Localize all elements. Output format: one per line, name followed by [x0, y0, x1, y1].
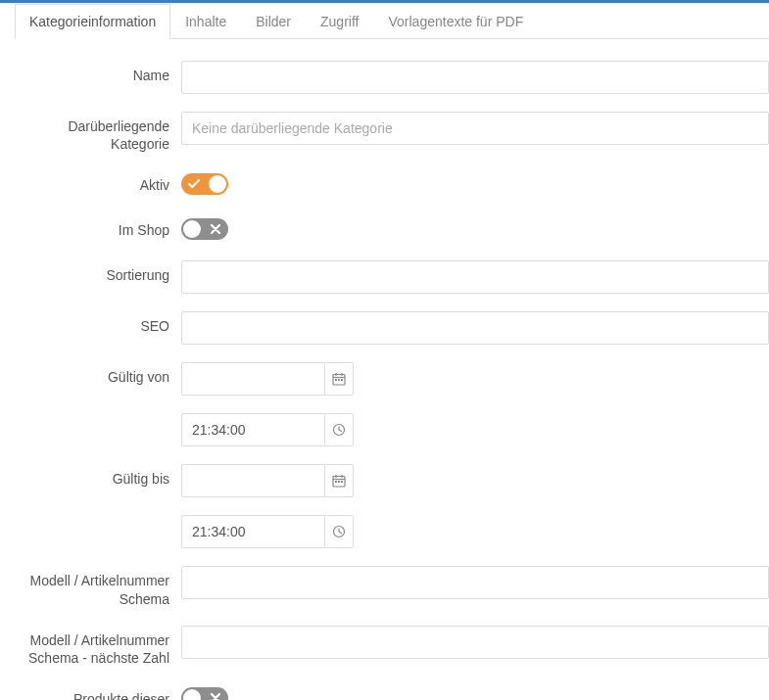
active-toggle[interactable] — [181, 173, 228, 195]
never-show-toggle[interactable] — [181, 687, 228, 700]
tab-contents[interactable]: Inhalte — [170, 4, 241, 39]
calendar-icon[interactable] — [324, 464, 354, 497]
valid-from-time-input[interactable] — [181, 413, 324, 446]
seo-input[interactable] — [181, 311, 769, 345]
clock-icon[interactable] — [324, 413, 354, 446]
svg-rect-5 — [338, 379, 340, 381]
valid-from-label: Gültig von — [15, 362, 181, 386]
svg-rect-13 — [338, 481, 340, 483]
name-label: Name — [15, 61, 181, 84]
tab-access[interactable]: Zugriff — [306, 4, 373, 39]
clock-icon[interactable] — [324, 515, 354, 548]
x-icon — [209, 691, 222, 700]
in-shop-toggle[interactable] — [181, 218, 228, 240]
model-schema-next-input[interactable] — [181, 626, 769, 659]
calendar-icon[interactable] — [324, 362, 354, 396]
svg-rect-6 — [341, 379, 343, 381]
valid-from-time-spacer — [15, 413, 181, 419]
svg-rect-12 — [335, 481, 337, 483]
check-icon — [187, 177, 201, 191]
valid-to-time-spacer — [15, 515, 181, 521]
sort-label: Sortierung — [15, 260, 181, 284]
sort-input[interactable] — [181, 260, 769, 294]
active-label: Aktiv — [15, 170, 181, 194]
model-schema-input[interactable] — [181, 566, 769, 599]
form-area: Name Darüberliegende Kategorie Aktiv — [15, 39, 769, 700]
model-schema-label: Modell / Artikelnummer Schema — [15, 566, 181, 607]
parent-category-input[interactable] — [181, 112, 769, 145]
model-schema-next-label: Modell / Artikelnummer Schema - nächste … — [15, 626, 181, 667]
tab-category-info[interactable]: Kategorieinformation — [15, 4, 170, 39]
svg-rect-14 — [341, 481, 343, 483]
valid-from-date-input[interactable] — [181, 362, 324, 396]
tab-images[interactable]: Bilder — [241, 4, 306, 39]
never-show-label: Produkte dieser Kategorie nie anzeigen — [15, 684, 181, 700]
valid-to-time-input[interactable] — [181, 515, 324, 548]
parent-category-label: Darüberliegende Kategorie — [15, 112, 181, 153]
name-input[interactable] — [181, 61, 769, 94]
tab-bar: Kategorieinformation Inhalte Bilder Zugr… — [15, 3, 769, 39]
seo-label: SEO — [15, 311, 181, 335]
valid-to-date-input[interactable] — [181, 464, 324, 497]
tab-pdf-templates[interactable]: Vorlagentexte für PDF — [373, 4, 538, 39]
in-shop-label: Im Shop — [15, 215, 181, 239]
valid-to-label: Gültig bis — [15, 464, 181, 488]
svg-rect-4 — [335, 379, 337, 381]
x-icon — [209, 222, 222, 236]
